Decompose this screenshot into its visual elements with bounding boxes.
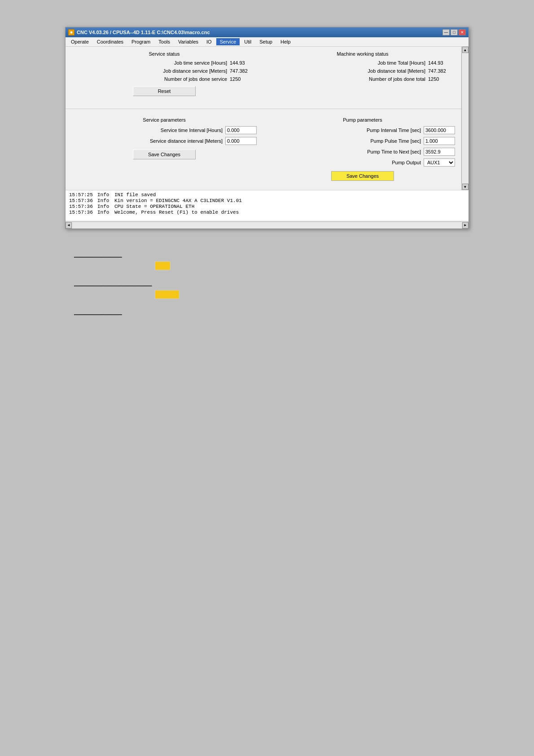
log-entry-2: 15:57:36 Info CPU State = OPERATIONAL ET… [69,204,465,209]
jobs-done-service-value: 1250 [230,76,257,82]
swatch-1-container [155,261,460,271]
job-time-service-value: 144.93 [230,60,257,66]
field-row-jobs-done-service: Number of jobs done service 1250 [72,76,257,82]
menu-help[interactable]: Help [277,38,294,45]
job-time-total-label: Job time Total [Hours] [345,60,425,66]
machine-status-panel: Machine working status Job time Total [H… [270,51,455,101]
vertical-scrollbar[interactable]: ▲ ▼ [461,47,468,190]
swatch-2-container [155,290,460,300]
pump-params-title: Pump parameters [270,117,455,123]
menu-coordinates[interactable]: Coordinates [93,38,127,45]
menu-bar: Operate Coordinates Program Tools Variab… [66,37,468,47]
menu-io[interactable]: IO [203,38,215,45]
field-row-job-dist-service: Job distance service [Meters] 747.382 [72,68,257,74]
log-level-3: Info [97,210,111,215]
service-status-title: Service status [72,51,257,57]
jobs-done-service-label: Number of jobs done service [146,76,227,82]
pump-next-input[interactable] [424,148,455,156]
bottom-panels: Service parameters Service time Interval… [66,113,461,190]
pump-pulse-label: Pump Pulse Time [sec] [340,138,421,144]
pump-output-select[interactable]: AUX1 AUX2 AUX3 [424,158,455,167]
field-row-pump-pulse: Pump Pulse Time [sec] [270,137,455,145]
machine-status-title: Machine working status [270,51,455,57]
log-msg-1: Kin version = EDINGCNC 4AX A C3LINDER V1… [114,198,242,203]
field-row-jobs-done-total: Number of jobs done total 1250 [270,76,455,82]
service-params-panel: Service parameters Service time Interval… [72,117,257,185]
job-dist-service-value: 747.382 [230,68,257,74]
minimize-button[interactable]: — [442,29,450,35]
below-line-3: ________________ [74,309,460,315]
log-msg-0: INI file saved [114,192,156,198]
log-level-0: Info [97,192,111,198]
field-row-pump-next: Pump Time to Next [sec] [270,148,455,156]
below-line-1: ________________ [74,251,460,258]
scroll-up-button[interactable]: ▲ [462,47,468,53]
log-entry-1: 15:57:36 Info Kin version = EDINGCNC 4AX… [69,198,465,203]
job-dist-service-label: Job distance service [Meters] [146,68,227,74]
job-dist-total-value: 747.382 [428,68,455,74]
scroll-left-button[interactable]: ◄ [66,222,72,229]
field-row-pump-interval: Pump Interval Time [sec] [270,126,455,134]
scroll-track[interactable] [462,53,468,184]
below-window-content: ________________ _______________________… [65,251,469,324]
main-content: Service status Job time service [Hours] … [66,47,461,190]
field-row-svc-dist-interval: Service distance interval [Meters] [72,137,257,145]
field-row-job-time-total: Job time Total [Hours] 144.93 [270,60,455,66]
scroll-right-button[interactable]: ► [462,222,468,229]
log-entry-3: 15:57:36 Info Welcome, Press Reset (F1) … [69,210,465,215]
window-controls: — □ ✕ [442,29,466,35]
log-msg-2: CPU State = OPERATIONAL ETH [114,204,194,209]
pump-pulse-input[interactable] [424,137,455,145]
horizontal-scrollbar[interactable]: ◄ ► [66,221,468,229]
log-time-2: 15:57:36 [69,204,94,209]
log-area: 15:57:25 Info INI file saved 15:57:36 In… [66,190,468,221]
menu-util[interactable]: Util [241,38,255,45]
log-time-1: 15:57:36 [69,198,94,203]
restore-button[interactable]: □ [451,29,458,35]
scroll-down-button[interactable]: ▼ [462,184,468,190]
top-panels: Service status Job time service [Hours] … [66,47,461,105]
menu-setup[interactable]: Setup [256,38,276,45]
log-time-0: 15:57:25 [69,192,94,198]
title-bar-left: ■ CNC V4.03.26 / CPUSA--4D 1.11-E C:\CNC… [68,29,210,35]
svc-time-interval-label: Service time Interval [Hours] [142,127,223,133]
log-entry-0: 15:57:25 Info INI file saved [69,192,465,198]
color-swatch-2 [155,290,179,299]
log-level-2: Info [97,204,111,209]
log-msg-3: Welcome, Press Reset (F1) to enable driv… [114,210,239,215]
title-bar: ■ CNC V4.03.26 / CPUSA--4D 1.11-E C:\CNC… [66,27,468,37]
main-window: ■ CNC V4.03.26 / CPUSA--4D 1.11-E C:\CNC… [65,27,469,229]
menu-program[interactable]: Program [128,38,154,45]
save-changes-right-button[interactable]: Save Changes [331,171,394,181]
pump-interval-label: Pump Interval Time [sec] [340,127,421,133]
job-time-total-value: 144.93 [428,60,455,66]
save-changes-left-button[interactable]: Save Changes [133,149,196,159]
hscroll-track[interactable] [73,223,461,228]
field-row-pump-output: Pump Output AUX1 AUX2 AUX3 [270,158,455,167]
job-dist-total-label: Job distance total [Meters] [345,68,425,74]
menu-service[interactable]: Service [216,38,240,45]
pump-params-panel: Pump parameters Pump Interval Time [sec]… [270,117,455,185]
app-icon: ■ [68,29,74,35]
pump-next-label: Pump Time to Next [sec] [340,149,421,154]
menu-tools[interactable]: Tools [155,38,174,45]
svc-dist-interval-input[interactable] [225,137,257,145]
menu-variables[interactable]: Variables [175,38,202,45]
window-title: CNC V4.03.26 / CPUSA--4D 1.11-E C:\CNC4.… [77,30,210,35]
menu-operate[interactable]: Operate [67,38,92,45]
jobs-done-total-label: Number of jobs done total [345,76,425,82]
svc-time-interval-input[interactable] [225,126,257,134]
log-level-1: Info [97,198,111,203]
reset-button[interactable]: Reset [133,86,196,96]
close-button[interactable]: ✕ [459,29,466,35]
below-section-2: __________________________ [74,280,460,300]
jobs-done-total-value: 1250 [428,76,455,82]
service-status-panel: Service status Job time service [Hours] … [72,51,257,101]
field-row-job-dist-total: Job distance total [Meters] 747.382 [270,68,455,74]
main-container: Service status Job time service [Hours] … [66,47,468,190]
pump-interval-input[interactable] [424,126,455,134]
service-params-title: Service parameters [72,117,257,123]
log-time-3: 15:57:36 [69,210,94,215]
below-line-2: __________________________ [74,280,460,286]
below-section-3: ________________ [74,309,460,315]
